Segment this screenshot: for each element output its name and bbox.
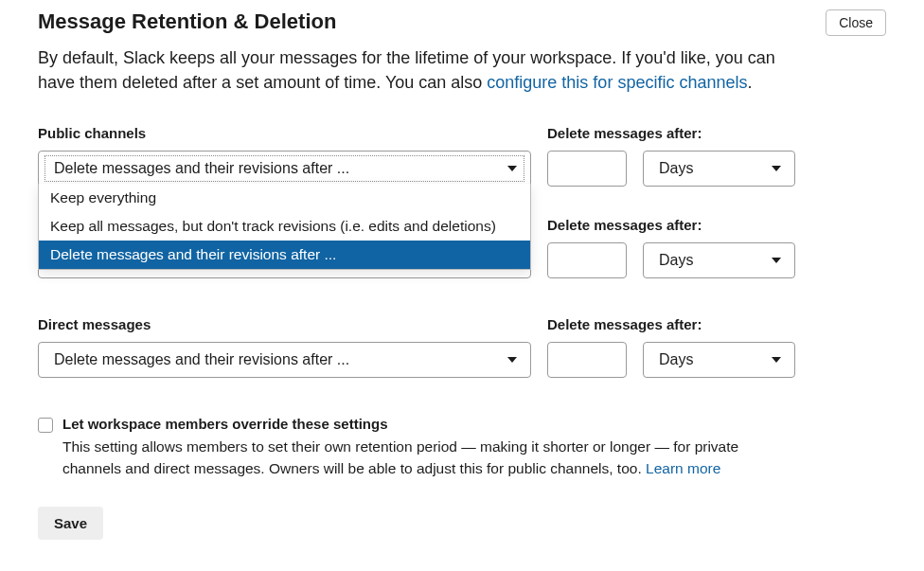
public-delete-after-label: Delete messages after:	[547, 125, 795, 141]
chevron-down-icon	[772, 258, 781, 263]
private-delete-after-label: Delete messages after:	[547, 217, 795, 233]
page-description: By default, Slack keeps all your message…	[38, 45, 776, 95]
close-button[interactable]: Close	[826, 9, 886, 36]
option-keep-everything[interactable]: Keep everything	[39, 184, 530, 212]
override-label: Let workspace members override these set…	[62, 416, 886, 432]
page-title: Message Retention & Deletion	[38, 9, 336, 34]
dm-delete-after-label: Delete messages after:	[547, 316, 795, 332]
private-delete-after-input[interactable]	[547, 242, 627, 278]
dm-select-value: Delete messages and their revisions afte…	[54, 351, 349, 368]
option-delete-after[interactable]: Delete messages and their revisions afte…	[39, 241, 530, 269]
chevron-down-icon	[772, 357, 781, 363]
dm-retention-select[interactable]: Delete messages and their revisions afte…	[38, 342, 531, 378]
override-description: This setting allows members to set their…	[62, 436, 763, 480]
chevron-down-icon	[772, 166, 781, 171]
public-delete-after-input[interactable]	[547, 151, 627, 187]
public-unit-value: Days	[659, 160, 693, 177]
dm-unit-value: Days	[659, 351, 693, 368]
configure-channels-link[interactable]: configure this for specific channels	[487, 73, 747, 92]
retention-dropdown-list[interactable]: Keep everything Keep all messages, but d…	[38, 184, 531, 270]
private-unit-select[interactable]: Days	[643, 242, 795, 278]
save-button[interactable]: Save	[38, 507, 103, 540]
public-unit-select[interactable]: Days	[643, 151, 795, 187]
chevron-down-icon	[507, 357, 517, 363]
override-checkbox[interactable]	[38, 418, 53, 433]
chevron-down-icon	[507, 166, 517, 171]
dm-unit-select[interactable]: Days	[643, 342, 795, 378]
dm-delete-after-input[interactable]	[547, 342, 627, 378]
public-channels-label: Public channels	[38, 125, 531, 141]
description-suffix: .	[747, 73, 752, 92]
private-unit-value: Days	[659, 252, 693, 269]
learn-more-link[interactable]: Learn more	[646, 460, 720, 476]
dm-label: Direct messages	[38, 316, 531, 332]
option-keep-no-revisions[interactable]: Keep all messages, but don't track revis…	[39, 212, 530, 241]
override-desc-text: This setting allows members to set their…	[62, 438, 738, 476]
public-select-value: Delete messages and their revisions afte…	[54, 160, 349, 177]
public-retention-select[interactable]: Delete messages and their revisions afte…	[38, 151, 531, 187]
